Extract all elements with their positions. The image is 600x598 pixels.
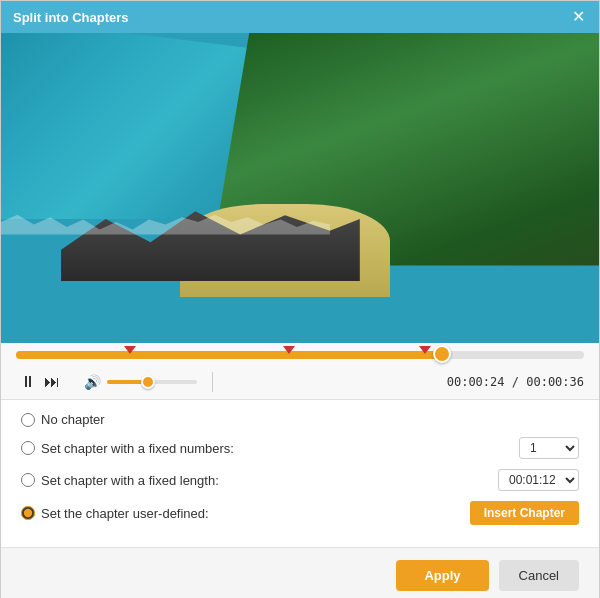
video-scene bbox=[1, 33, 599, 343]
title-bar: Split into Chapters ✕ bbox=[1, 1, 599, 33]
volume-slider[interactable] bbox=[107, 380, 197, 384]
no-chapter-text: No chapter bbox=[41, 412, 105, 427]
time-separator: / bbox=[505, 375, 527, 389]
user-defined-radio[interactable] bbox=[21, 506, 35, 520]
split-into-chapters-dialog: Split into Chapters ✕ ⏸ ⏭ 🔊 bbox=[0, 0, 600, 598]
no-chapter-label[interactable]: No chapter bbox=[21, 412, 105, 427]
fixed-numbers-text: Set chapter with a fixed numbers: bbox=[41, 441, 234, 456]
apply-button[interactable]: Apply bbox=[396, 560, 488, 591]
user-defined-row: Set the chapter user-defined: Insert Cha… bbox=[21, 501, 579, 525]
fixed-length-row: Set chapter with a fixed length: 00:01:1… bbox=[21, 469, 579, 491]
user-defined-label[interactable]: Set the chapter user-defined: bbox=[21, 506, 470, 521]
fixed-numbers-control: 1 2 3 4 5 bbox=[519, 437, 579, 459]
time-display: 00:00:24 / 00:00:36 bbox=[447, 375, 584, 389]
fixed-numbers-row: Set chapter with a fixed numbers: 1 2 3 … bbox=[21, 437, 579, 459]
fixed-length-text: Set chapter with a fixed length: bbox=[41, 473, 219, 488]
skip-button[interactable]: ⏭ bbox=[40, 371, 64, 393]
chapter-marker-3 bbox=[419, 346, 431, 354]
insert-chapter-control: Insert Chapter bbox=[470, 501, 579, 525]
user-defined-text: Set the chapter user-defined: bbox=[41, 506, 209, 521]
total-time: 00:00:36 bbox=[526, 375, 584, 389]
fixed-length-radio[interactable] bbox=[21, 473, 35, 487]
current-time: 00:00:24 bbox=[447, 375, 505, 389]
chapter-marker-1 bbox=[124, 346, 136, 354]
footer-area: Apply Cancel bbox=[1, 547, 599, 598]
timeline-container bbox=[1, 343, 599, 365]
cancel-button[interactable]: Cancel bbox=[499, 560, 579, 591]
no-chapter-radio[interactable] bbox=[21, 413, 35, 427]
chapter-marker-2 bbox=[283, 346, 295, 354]
timeline-progress bbox=[16, 351, 442, 359]
volume-icon: 🔊 bbox=[84, 374, 101, 390]
fixed-numbers-select[interactable]: 1 2 3 4 5 bbox=[519, 437, 579, 459]
fixed-numbers-label[interactable]: Set chapter with a fixed numbers: bbox=[21, 441, 519, 456]
dialog-title: Split into Chapters bbox=[13, 10, 129, 25]
volume-area: 🔊 bbox=[84, 374, 197, 390]
timeline-track[interactable] bbox=[16, 351, 584, 359]
timeline-thumb[interactable] bbox=[433, 345, 451, 363]
fixed-length-control: 00:01:12 00:00:30 00:02:00 bbox=[498, 469, 579, 491]
fixed-length-select[interactable]: 00:01:12 00:00:30 00:02:00 bbox=[498, 469, 579, 491]
controls-row: ⏸ ⏭ 🔊 00:00:24 / 00:00:36 bbox=[1, 365, 599, 400]
no-chapter-row: No chapter bbox=[21, 412, 579, 427]
volume-thumb[interactable] bbox=[141, 375, 155, 389]
divider bbox=[212, 372, 213, 392]
options-area: No chapter Set chapter with a fixed numb… bbox=[1, 400, 599, 547]
fixed-numbers-radio[interactable] bbox=[21, 441, 35, 455]
video-preview bbox=[1, 33, 599, 343]
fixed-length-label[interactable]: Set chapter with a fixed length: bbox=[21, 473, 498, 488]
pause-button[interactable]: ⏸ bbox=[16, 371, 40, 393]
insert-chapter-button[interactable]: Insert Chapter bbox=[470, 501, 579, 525]
close-button[interactable]: ✕ bbox=[570, 9, 587, 25]
